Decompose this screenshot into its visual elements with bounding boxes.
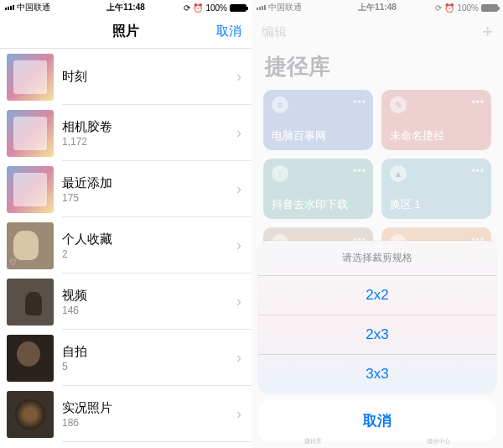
shortcut-card[interactable]: ✎ ••• 未命名捷径 bbox=[381, 90, 491, 150]
card-label: 换区 1 bbox=[390, 197, 483, 212]
album-row-live-photos[interactable]: 实况照片 186 › bbox=[0, 386, 252, 442]
triangle-icon: ▲ bbox=[390, 165, 407, 182]
signal-icon bbox=[5, 5, 14, 10]
more-icon[interactable]: ••• bbox=[471, 96, 485, 108]
option-2x2[interactable]: 2x2 bbox=[258, 276, 496, 315]
tab-gallery[interactable]: 捷径中心 bbox=[427, 437, 450, 448]
album-title: 个人收藏 bbox=[62, 232, 236, 247]
nav-bar: 照片 取消 bbox=[0, 15, 252, 49]
status-bar: 中国联通 上午11:48 ⟳ ⏰ 100% bbox=[0, 0, 252, 15]
status-time: 上午11:48 bbox=[358, 2, 397, 13]
download-icon: ↓ bbox=[272, 165, 288, 182]
sheet-title: 请选择裁剪规格 bbox=[258, 241, 496, 276]
nav-title: 照片 bbox=[112, 23, 139, 40]
lock-icon: ⟳ bbox=[435, 3, 442, 13]
chevron-right-icon: › bbox=[236, 180, 241, 198]
album-title: 最近添加 bbox=[62, 175, 236, 191]
carrier-label: 中国联通 bbox=[268, 2, 302, 13]
signal-icon bbox=[257, 5, 266, 10]
album-row-camera-roll[interactable]: 相机胶卷 1,172 › bbox=[0, 105, 252, 161]
album-row-videos[interactable]: 视频 146 › bbox=[0, 273, 252, 330]
battery-pct: 100% bbox=[205, 3, 227, 13]
status-bar: 中国联通 上午11:48 ⟳ ⏰ 100% bbox=[252, 0, 503, 15]
chevron-right-icon: › bbox=[236, 405, 241, 423]
list-icon: ≡ bbox=[272, 96, 288, 113]
album-thumb bbox=[7, 110, 54, 157]
alarm-icon: ⏰ bbox=[193, 3, 203, 13]
tab-bar: 捷径库 捷径中心 bbox=[252, 436, 503, 448]
album-title: 自拍 bbox=[62, 344, 236, 360]
album-count: 175 bbox=[62, 192, 236, 204]
option-3x3[interactable]: 3x3 bbox=[258, 355, 496, 393]
chevron-right-icon: › bbox=[236, 293, 241, 310]
battery-pct: 100% bbox=[457, 3, 479, 13]
wand-icon: ✎ bbox=[390, 96, 407, 113]
more-icon[interactable]: ••• bbox=[471, 165, 485, 177]
shortcut-grid: ≡ ••• 电脑百事网 ✎ ••• 未命名捷径 ↓ ••• 抖音去水印下载 ▲ … bbox=[252, 90, 503, 219]
album-title: 实况照片 bbox=[62, 400, 236, 416]
album-thumb: ♡ bbox=[7, 222, 54, 269]
chevron-right-icon: › bbox=[236, 124, 241, 142]
album-title: 时刻 bbox=[62, 69, 236, 85]
shortcut-card[interactable]: ≡ ••• 电脑百事网 bbox=[263, 90, 373, 150]
battery-icon bbox=[230, 4, 246, 12]
album-count: 5 bbox=[62, 361, 236, 372]
status-time: 上午11:48 bbox=[106, 2, 145, 13]
more-icon[interactable]: ••• bbox=[353, 96, 366, 108]
card-label: 抖音去水印下载 bbox=[272, 197, 365, 212]
tab-library[interactable]: 捷径库 bbox=[304, 437, 322, 448]
album-thumb bbox=[7, 335, 54, 382]
album-thumb bbox=[7, 166, 54, 213]
album-row-recently-added[interactable]: 最近添加 175 › bbox=[0, 161, 252, 217]
option-2x3[interactable]: 2x3 bbox=[258, 315, 496, 355]
album-row-moments[interactable]: 时刻 › bbox=[0, 49, 252, 105]
page-title: 捷径库 bbox=[252, 49, 503, 90]
album-title: 相机胶卷 bbox=[62, 119, 236, 135]
heart-icon: ♡ bbox=[9, 258, 17, 267]
card-label: 电脑百事网 bbox=[272, 128, 365, 143]
battery-icon bbox=[481, 4, 498, 12]
photos-picker-screen: 中国联通 上午11:48 ⟳ ⏰ 100% 照片 取消 时刻 › 相机胶卷 1,… bbox=[0, 0, 252, 448]
lock-icon: ⟳ bbox=[184, 3, 190, 13]
album-row-selfies[interactable]: 自拍 5 › bbox=[0, 330, 252, 386]
add-shortcut-button[interactable]: + bbox=[482, 21, 493, 43]
nav-bar: 编辑 + bbox=[252, 15, 503, 49]
action-sheet: 请选择裁剪规格 2x2 2x3 3x3 取消 bbox=[258, 241, 496, 441]
edit-button[interactable]: 编辑 bbox=[262, 24, 287, 40]
sheet-cancel-button[interactable]: 取消 bbox=[258, 400, 496, 441]
album-row-favorites[interactable]: ♡ 个人收藏 2 › bbox=[0, 217, 252, 273]
album-list: 时刻 › 相机胶卷 1,172 › 最近添加 175 › ♡ 个人收藏 bbox=[0, 49, 252, 442]
album-thumb bbox=[7, 279, 54, 326]
alarm-icon: ⏰ bbox=[444, 3, 454, 13]
carrier-label: 中国联通 bbox=[17, 2, 50, 13]
shortcuts-library-screen: 中国联通 上午11:48 ⟳ ⏰ 100% 编辑 + 捷径库 ≡ ••• 电脑百… bbox=[252, 0, 503, 448]
card-label: 未命名捷径 bbox=[390, 128, 483, 143]
chevron-right-icon: › bbox=[236, 237, 241, 254]
album-thumb bbox=[7, 54, 54, 101]
album-count: 186 bbox=[62, 417, 236, 429]
cancel-button[interactable]: 取消 bbox=[216, 23, 241, 39]
chevron-right-icon: › bbox=[236, 68, 241, 86]
album-count: 2 bbox=[62, 248, 236, 260]
album-title: 视频 bbox=[62, 288, 236, 304]
album-thumb bbox=[7, 391, 54, 438]
more-icon[interactable]: ••• bbox=[353, 165, 366, 177]
shortcut-card[interactable]: ↓ ••• 抖音去水印下载 bbox=[263, 159, 373, 219]
album-count: 146 bbox=[62, 305, 236, 316]
album-count: 1,172 bbox=[62, 136, 236, 148]
shortcut-card[interactable]: ▲ ••• 换区 1 bbox=[381, 159, 491, 219]
chevron-right-icon: › bbox=[236, 349, 241, 367]
